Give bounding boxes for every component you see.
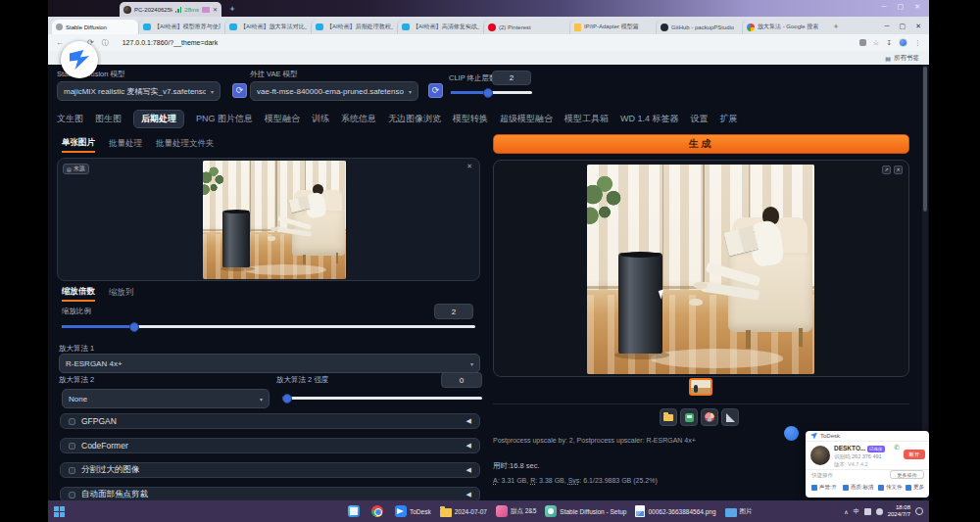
slider-knob[interactable] — [282, 394, 292, 403]
taskbar-clock[interactable]: 18:08 2024/7/7 — [888, 504, 910, 519]
taskbar-folder[interactable]: 2024-07-07 — [440, 506, 487, 517]
minimize-icon[interactable]: ─ — [882, 3, 887, 11]
taskbar-pictures[interactable]: 图片 — [725, 506, 753, 517]
browser-tab[interactable]: 【AI绘画】放大算法对比_哔哩哔哩 — [224, 20, 311, 34]
source-image-dropzone[interactable]: ▤ 来源 ✕ — [57, 158, 480, 281]
tab-extensions[interactable]: 扩展 — [720, 111, 738, 127]
todesk-quick-file[interactable]: 传文件 — [878, 484, 903, 491]
profile-avatar[interactable] — [899, 38, 907, 47]
browser-tab[interactable]: 【AI绘画】模型推荐与使用_哔哩哔哩 — [138, 20, 224, 34]
todesk-header[interactable]: ToDesk — [806, 431, 929, 442]
taskbar-todesk[interactable]: ToDesk — [395, 505, 431, 517]
close-icon[interactable]: ✕ — [915, 23, 921, 30]
todesk-quick-more[interactable]: 更多 — [906, 484, 924, 491]
todesk-disconnect-button[interactable]: 断开 — [904, 450, 925, 459]
session-close-icon[interactable]: ✕ — [213, 6, 218, 13]
tab-train[interactable]: 训练 — [312, 111, 329, 127]
tab-wd-tagger[interactable]: WD 1.4 标签器 — [620, 111, 679, 127]
tab-model-toolkit[interactable]: 模型工具箱 — [564, 111, 609, 127]
tab-merge[interactable]: 模型融合 — [265, 111, 300, 127]
subtab-scale-by[interactable]: 缩放倍数 — [62, 286, 95, 302]
new-session-button[interactable]: ＋ — [228, 3, 236, 14]
checkbox-icon[interactable] — [69, 443, 75, 450]
floating-ball[interactable] — [61, 41, 98, 78]
browser-tab[interactable]: 放大算法 - Google 搜索 — [742, 20, 828, 34]
bookmark-star-icon[interactable]: ☆ — [873, 39, 879, 47]
all-bookmarks-label[interactable]: 所有书签 — [894, 54, 919, 63]
taskbar-image-file[interactable]: 00062-3663884564.png — [635, 505, 715, 517]
volume-icon[interactable] — [864, 508, 871, 515]
download-icon[interactable]: ↧ — [886, 39, 892, 47]
new-tab-button[interactable]: ＋ — [832, 21, 840, 31]
fullscreen-icon[interactable]: ↗ — [882, 166, 891, 174]
upscaler2-strength-value[interactable]: 0 — [441, 372, 482, 388]
minimize-icon[interactable]: ─ — [885, 23, 890, 30]
open-folder-button[interactable] — [660, 408, 677, 426]
upscaler2-strength-slider[interactable] — [282, 397, 482, 400]
result-image-photo[interactable] — [587, 165, 814, 374]
save-image-button[interactable] — [680, 408, 698, 426]
network-icon[interactable] — [876, 508, 883, 515]
browser-tab[interactable]: 【AI绘画】后期处理教程_哔哩哔哩 — [311, 20, 397, 34]
subtab-batch[interactable]: 批量处理 — [109, 138, 142, 152]
subtab-single-image[interactable]: 单张图片 — [62, 137, 95, 153]
tray-expand-icon[interactable]: ∧ — [844, 508, 848, 515]
checkbox-icon[interactable] — [69, 492, 75, 498]
checkbox-icon[interactable] — [69, 418, 75, 425]
model-dropdown[interactable]: majicMIX realistic 麦橘写实_v7.safetensors [… — [57, 81, 220, 101]
accordion-split-oversized[interactable]: 分割过大的图像 ◀ — [60, 462, 480, 478]
todesk-more-button[interactable]: 更多操作 — [890, 470, 924, 479]
slider-knob[interactable] — [483, 88, 493, 98]
scale-ratio-value[interactable]: 2 — [434, 304, 473, 319]
checkbox-icon[interactable] — [69, 467, 75, 474]
tab-pnginfo[interactable]: PNG 图片信息 — [196, 111, 253, 127]
browser-tab[interactable]: (2) Pinterest — [483, 20, 569, 34]
clear-image-icon[interactable]: ✕ — [466, 163, 472, 170]
tab-extras[interactable]: 后期处理 — [133, 110, 184, 128]
clip-skip-slider[interactable] — [451, 91, 532, 94]
close-icon[interactable]: ✕ — [914, 3, 920, 11]
model-refresh-button[interactable]: ⟳ — [232, 83, 247, 98]
accordion-auto-face-crop[interactable]: 自动面部焦点剪裁 ◀ — [60, 487, 480, 500]
browser-tab-active[interactable]: Stable Diffusion — [52, 20, 138, 34]
phone-icon[interactable]: ✆ — [894, 444, 900, 451]
subtab-scale-to[interactable]: 缩放到 — [109, 287, 134, 301]
browser-menu-icon[interactable]: ⋮ — [914, 39, 921, 47]
taskbar-widgets[interactable] — [348, 505, 363, 517]
site-info-icon[interactable]: ⓘ — [102, 38, 109, 48]
tab-sysinfo[interactable]: 系统信息 — [341, 111, 376, 127]
remote-session-tab[interactable]: PC-20240625HFPL 28ms ✕ — [120, 2, 221, 17]
upscaler2-dropdown[interactable]: None ▾ — [62, 389, 270, 408]
browser-tab[interactable]: GitHub - packupPStudio — [656, 20, 742, 34]
gallery-thumbnail-selected[interactable] — [689, 378, 712, 396]
clip-skip-value[interactable]: 2 — [492, 71, 531, 85]
taskbar-chrome[interactable] — [371, 505, 386, 517]
start-button[interactable] — [54, 506, 65, 517]
upscaler1-dropdown[interactable]: R-ESRGAN 4x+ ▾ — [59, 354, 480, 373]
maximize-icon[interactable]: ▢ — [900, 23, 906, 30]
vae-refresh-button[interactable]: ⟳ — [428, 83, 443, 98]
floating-badge[interactable] — [784, 426, 799, 441]
scale-ratio-slider[interactable] — [62, 325, 475, 328]
back-icon[interactable]: ← — [56, 38, 64, 47]
taskbar-pink-app[interactable]: 甜点 2&5 — [496, 505, 536, 517]
accordion-codeformer[interactable]: CodeFormer ◀ — [60, 438, 480, 453]
browser-tab[interactable]: IP/IP-Adapter 模型篇 — [569, 20, 656, 34]
slider-knob[interactable] — [129, 322, 139, 332]
extensions-icon[interactable] — [859, 39, 866, 46]
resize-tool-button[interactable] — [721, 408, 739, 426]
accordion-gfpgan[interactable]: GFPGAN ◀ — [60, 413, 480, 429]
close-gallery-icon[interactable]: ✕ — [894, 166, 903, 174]
ime-indicator[interactable]: 中 — [854, 507, 859, 516]
vae-dropdown[interactable]: vae-ft-mse-840000-ema-pruned.safetensors… — [250, 81, 418, 101]
tab-infinite-browser[interactable]: 无边图像浏览 — [388, 111, 441, 127]
generate-button[interactable]: 生成 — [493, 134, 909, 154]
send-to-extras-button[interactable] — [701, 408, 718, 426]
maximize-icon[interactable]: ▢ — [898, 3, 905, 11]
subtab-batch-folder[interactable]: 批量处理文件夹 — [156, 138, 215, 152]
todesk-quick-sound[interactable]: 声音:开 — [811, 484, 837, 491]
tab-model-convert[interactable]: 模型转换 — [453, 111, 488, 127]
todesk-quick-quality[interactable]: 画质:标清 — [843, 484, 874, 491]
tab-settings[interactable]: 设置 — [691, 111, 709, 127]
notification-icon[interactable] — [915, 507, 923, 515]
